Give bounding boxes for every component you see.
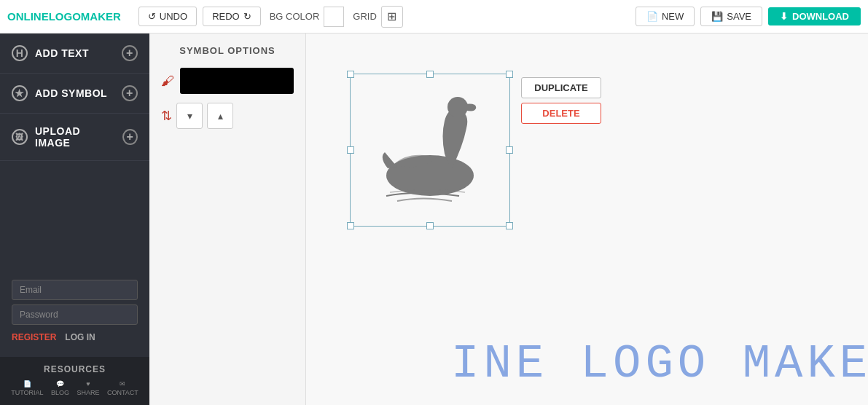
canvas-area[interactable]: DUPLICATE DELETE INE LOGO MAKER <box>306 34 868 405</box>
grid-section: GRID ⊞ <box>353 6 403 28</box>
image-icon: 🖼 <box>12 129 28 145</box>
tutorial-label: TUTORIAL <box>11 389 43 396</box>
login-link[interactable]: LOG IN <box>65 332 95 342</box>
share-link[interactable]: ♥ SHARE <box>77 380 99 396</box>
move-down-button[interactable]: ▾ <box>176 103 203 129</box>
new-label: NEW <box>662 11 684 22</box>
text-icon: H <box>12 45 28 61</box>
save-button[interactable]: 💾 SAVE <box>700 7 762 26</box>
share-icon: ♥ <box>86 380 90 388</box>
canvas-content: DUPLICATE DELETE INE LOGO MAKER <box>306 34 868 405</box>
svg-point-1 <box>447 97 468 117</box>
bg-color-picker[interactable] <box>324 7 344 27</box>
new-file-icon: 📄 <box>646 11 658 22</box>
add-text-label: ADD TEXT <box>35 47 89 59</box>
save-label: SAVE <box>727 11 751 22</box>
logo-text: INE LOGO MAKER <box>451 338 868 390</box>
password-input[interactable] <box>12 304 138 325</box>
sidebar: H ADD TEXT + ★ ADD SYMBOL + 🖼 UPLOAD IMA… <box>0 34 149 405</box>
handle-bottom-left[interactable] <box>347 222 354 229</box>
symbol-icon: ★ <box>12 85 28 101</box>
handle-top-left[interactable] <box>347 71 354 78</box>
color-row: 🖌 <box>161 68 294 94</box>
grid-toggle-button[interactable]: ⊞ <box>381 6 403 28</box>
handle-middle-left[interactable] <box>347 146 354 154</box>
handle-bottom-right[interactable] <box>506 222 513 229</box>
upload-image-plus-button[interactable]: + <box>122 129 138 145</box>
share-label: SHARE <box>77 389 99 396</box>
grid-label: GRID <box>353 11 377 22</box>
sidebar-item-upload-image[interactable]: 🖼 UPLOAD IMAGE + <box>0 114 149 161</box>
upload-image-label: UPLOAD IMAGE <box>35 125 115 149</box>
context-menu: DUPLICATE DELETE <box>521 77 601 124</box>
delete-button[interactable]: DELETE <box>521 103 601 124</box>
bg-color-label: BG COLOR <box>270 11 320 22</box>
arrange-icon: ⇅ <box>161 108 172 124</box>
move-up-button[interactable]: ▴ <box>207 103 233 129</box>
new-button[interactable]: 📄 NEW <box>636 7 695 26</box>
save-icon: 💾 <box>711 11 723 22</box>
tutorial-link[interactable]: 📄 TUTORIAL <box>11 380 43 396</box>
topbar: ONLINELOGOMAKER ↺ UNDO REDO ↻ BG COLOR G… <box>0 0 868 34</box>
download-button[interactable]: ⬇ DOWNLOAD <box>768 7 861 25</box>
redo-button[interactable]: REDO ↻ <box>203 7 261 26</box>
duplicate-button[interactable]: DUPLICATE <box>521 77 601 98</box>
sidebar-item-add-text[interactable]: H ADD TEXT + <box>0 34 149 74</box>
handle-middle-right[interactable] <box>506 146 513 154</box>
blog-label: BLOG <box>51 389 69 396</box>
blog-link[interactable]: 💬 BLOG <box>51 380 69 396</box>
brand-suffix: MAKER <box>81 10 121 23</box>
contact-icon: ✉ <box>120 380 125 388</box>
bg-color-section: BG COLOR <box>270 7 345 27</box>
paint-brush-icon[interactable]: 🖌 <box>161 74 174 89</box>
blog-icon: 💬 <box>56 380 64 388</box>
download-icon: ⬇ <box>780 11 788 22</box>
register-link[interactable]: REGISTER <box>12 332 56 342</box>
brand-highlight: LOGO <box>49 10 81 23</box>
add-symbol-plus-button[interactable]: + <box>122 85 138 101</box>
swan-symbol <box>357 88 503 212</box>
color-swatch[interactable] <box>180 68 294 94</box>
chevron-up-icon: ▴ <box>218 110 223 122</box>
resources-section: RESOURCES 📄 TUTORIAL 💬 BLOG ♥ SHARE ✉ CO… <box>0 357 149 405</box>
resources-icons: 📄 TUTORIAL 💬 BLOG ♥ SHARE ✉ CONTACT <box>0 380 149 402</box>
email-input[interactable] <box>12 280 138 300</box>
panel-title: SYMBOL OPTIONS <box>161 45 294 56</box>
auth-section: REGISTER LOG IN <box>0 271 149 357</box>
chevron-down-icon: ▾ <box>187 110 192 122</box>
auth-links: REGISTER LOG IN <box>12 329 138 348</box>
handle-top-right[interactable] <box>506 71 513 78</box>
symbol-options-panel: SYMBOL OPTIONS 🖌 ⇅ ▾ ▴ <box>149 34 306 405</box>
contact-link[interactable]: ✉ CONTACT <box>107 380 138 396</box>
add-text-plus-button[interactable]: + <box>122 45 138 61</box>
add-symbol-label: ADD SYMBOL <box>35 87 107 99</box>
resources-title: RESOURCES <box>0 364 149 374</box>
grid-icon: ⊞ <box>387 9 396 23</box>
handle-top-center[interactable] <box>426 71 434 78</box>
redo-label: REDO <box>212 11 240 22</box>
undo-icon: ↺ <box>148 11 156 22</box>
undo-label: UNDO <box>160 11 187 22</box>
contact-label: CONTACT <box>107 389 138 396</box>
brand-logo: ONLINELOGOMAKER <box>7 10 121 23</box>
main-layout: H ADD TEXT + ★ ADD SYMBOL + 🖼 UPLOAD IMA… <box>0 34 868 405</box>
handle-bottom-center[interactable] <box>426 222 434 229</box>
sidebar-item-add-symbol[interactable]: ★ ADD SYMBOL + <box>0 74 149 114</box>
symbol-container[interactable] <box>350 74 510 227</box>
redo-icon: ↻ <box>243 11 251 22</box>
tutorial-icon: 📄 <box>23 380 31 388</box>
undo-button[interactable]: ↺ UNDO <box>138 7 197 26</box>
brand-prefix: ONLINE <box>7 10 49 23</box>
download-label: DOWNLOAD <box>792 11 849 22</box>
arrange-row: ⇅ ▾ ▴ <box>161 103 294 129</box>
